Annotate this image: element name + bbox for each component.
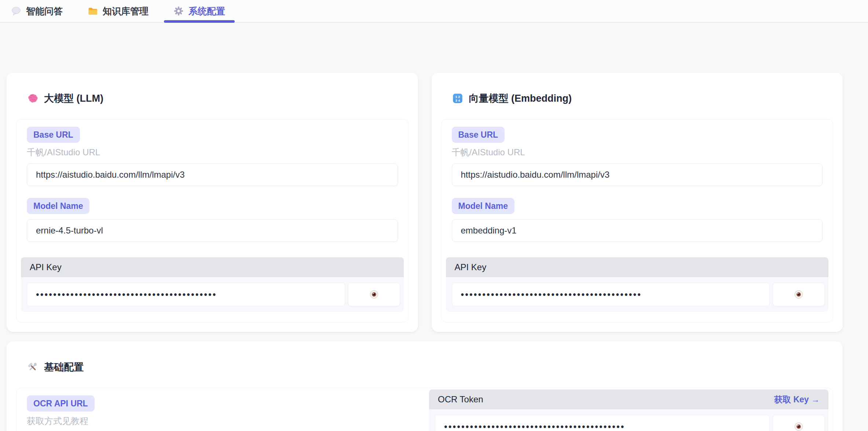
llm-card-title: 大模型 (LLM) — [44, 92, 103, 105]
ocr-token-input[interactable] — [435, 415, 770, 431]
top-tab-bar: 智能问答 知识库管理 系统配置 — [0, 0, 868, 23]
svg-text:3 4: 3 4 — [455, 99, 460, 102]
page-content: 大模型 (LLM) Base URL 千帆/AIStudio URL Model… — [0, 23, 868, 431]
embedding-api-key-header: API Key — [446, 257, 829, 277]
input-numbers-icon: 1 2 3 4 — [452, 93, 463, 104]
llm-form-panel: Base URL 千帆/AIStudio URL Model Name API … — [16, 119, 409, 322]
tab-label: 智能问答 — [26, 5, 63, 17]
embedding-form-panel: Base URL 千帆/AIStudio URL Model Name API … — [441, 119, 834, 322]
ocr-token-label: OCR Token — [438, 394, 483, 405]
base-url-hint: 千帆/AIStudio URL — [27, 146, 398, 158]
tab-smart-qa[interactable]: 智能问答 — [1, 0, 72, 22]
embedding-card-title: 向量模型 (Embedding) — [469, 92, 572, 105]
model-cards-row: 大模型 (LLM) Base URL 千帆/AIStudio URL Model… — [7, 73, 843, 332]
ocr-token-section: OCR Token 获取 Key → — [429, 390, 828, 431]
base-url-hint: 千帆/AIStudio URL — [452, 146, 823, 158]
ocr-api-url-badge: OCR API URL — [27, 395, 95, 412]
embedding-api-key-row — [446, 277, 829, 312]
embedding-card-header: 1 2 3 4 向量模型 (Embedding) — [452, 92, 834, 105]
hammer-wrench-icon — [27, 362, 38, 373]
ocr-token-reveal-button[interactable] — [773, 415, 825, 431]
model-name-badge: Model Name — [452, 198, 514, 214]
embedding-api-key-reveal-button[interactable] — [773, 283, 825, 306]
api-key-label: API Key — [455, 262, 487, 272]
ocr-token-column: OCR Token 获取 Key → — [435, 395, 823, 431]
basic-config-title: 基础配置 — [44, 361, 84, 374]
basic-config-card: 基础配置 OCR API URL 获取方式见教程 OCR Token 获取 Ke… — [7, 341, 843, 431]
basic-config-panel: OCR API URL 获取方式见教程 OCR Token 获取 Key → — [16, 388, 833, 431]
basic-config-header: 基础配置 — [27, 361, 833, 374]
ocr-token-header: OCR Token 获取 Key → — [429, 390, 828, 409]
embedding-api-key-section: API Key — [446, 257, 829, 312]
llm-card: 大模型 (LLM) Base URL 千帆/AIStudio URL Model… — [7, 73, 418, 332]
base-url-badge: Base URL — [452, 127, 505, 143]
embedding-model-name-field: Model Name — [452, 198, 823, 242]
tab-knowledge-base[interactable]: 知识库管理 — [78, 0, 158, 22]
get-key-link[interactable]: 获取 Key → — [774, 394, 820, 405]
llm-card-header: 大模型 (LLM) — [27, 92, 409, 105]
embedding-model-name-input[interactable] — [452, 219, 823, 242]
llm-api-key-input[interactable] — [27, 283, 345, 306]
embedding-api-key-input[interactable] — [452, 283, 770, 306]
llm-base-url-input[interactable] — [27, 163, 398, 186]
llm-api-key-header: API Key — [21, 257, 404, 277]
ocr-api-url-column: OCR API URL 获取方式见教程 — [27, 395, 414, 431]
tab-system-config[interactable]: 系统配置 — [164, 0, 235, 22]
eye-icon — [369, 289, 380, 300]
ocr-api-url-hint: 获取方式见教程 — [27, 415, 414, 427]
ocr-token-row — [429, 409, 828, 431]
llm-api-key-reveal-button[interactable] — [348, 283, 400, 306]
brain-icon — [27, 93, 38, 104]
base-url-badge: Base URL — [27, 127, 80, 143]
speech-balloon-icon — [11, 6, 21, 16]
eye-icon — [793, 421, 804, 431]
eye-icon — [793, 289, 804, 300]
llm-api-key-row — [21, 277, 404, 312]
gear-icon — [173, 6, 184, 16]
svg-text:1 2: 1 2 — [455, 95, 460, 99]
llm-model-name-field: Model Name — [27, 198, 398, 242]
tab-label: 知识库管理 — [103, 5, 149, 17]
folder-icon — [88, 6, 98, 16]
model-name-badge: Model Name — [27, 198, 89, 214]
tab-label: 系统配置 — [188, 5, 225, 17]
embedding-card: 1 2 3 4 向量模型 (Embedding) Base URL 千帆/AIS… — [432, 73, 843, 332]
embedding-base-url-input[interactable] — [452, 163, 823, 186]
embedding-base-url-field: Base URL 千帆/AIStudio URL — [452, 127, 823, 186]
llm-api-key-section: API Key — [21, 257, 404, 312]
llm-base-url-field: Base URL 千帆/AIStudio URL — [27, 127, 398, 186]
llm-model-name-input[interactable] — [27, 219, 398, 242]
api-key-label: API Key — [30, 262, 62, 272]
